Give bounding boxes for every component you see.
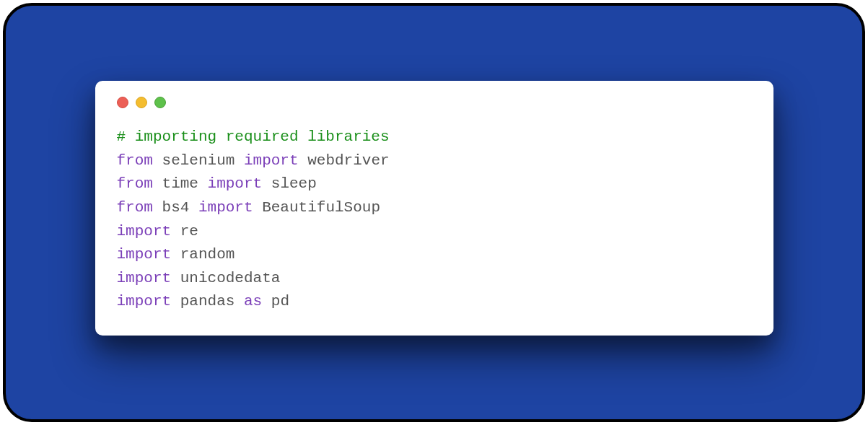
code-token: import xyxy=(244,152,299,169)
code-block: # importing required librariesfrom selen… xyxy=(117,126,752,313)
code-token: # importing required libraries xyxy=(117,128,390,145)
minimize-icon[interactable] xyxy=(136,97,147,108)
code-line: import pandas as pd xyxy=(117,290,752,314)
code-token: import xyxy=(208,175,263,192)
code-token: import xyxy=(117,223,172,240)
code-token: pandas xyxy=(171,293,244,310)
code-token: bs4 xyxy=(153,199,198,216)
window-titlebar xyxy=(117,97,752,108)
code-token: sleep xyxy=(262,175,317,192)
code-token: webdriver xyxy=(299,152,390,169)
maximize-icon[interactable] xyxy=(154,97,166,108)
code-line: import unicodedata xyxy=(117,267,752,291)
code-token: pd xyxy=(262,293,289,310)
code-line: import re xyxy=(117,220,752,244)
code-token: import xyxy=(117,270,172,286)
code-line: from selenium import webdriver xyxy=(117,149,752,173)
code-token: from xyxy=(117,175,153,192)
code-token: unicodedata xyxy=(171,270,280,286)
code-window: # importing required librariesfrom selen… xyxy=(95,81,773,335)
code-token: time xyxy=(153,175,208,192)
code-token: BeautifulSoup xyxy=(253,199,380,216)
code-token: random xyxy=(171,246,234,263)
code-token: selenium xyxy=(153,152,244,169)
code-line: from bs4 import BeautifulSoup xyxy=(117,196,752,220)
code-token: import xyxy=(198,199,253,216)
code-token: re xyxy=(171,223,198,240)
close-icon[interactable] xyxy=(117,97,128,108)
code-token: import xyxy=(117,246,172,263)
code-line: # importing required libraries xyxy=(117,126,752,149)
code-token: from xyxy=(117,199,153,216)
code-line: import random xyxy=(117,243,752,267)
code-token: from xyxy=(117,152,153,169)
code-line: from time import sleep xyxy=(117,172,752,196)
code-token: import xyxy=(117,293,172,310)
background-card: # importing required librariesfrom selen… xyxy=(3,3,865,422)
code-token: as xyxy=(244,293,262,310)
